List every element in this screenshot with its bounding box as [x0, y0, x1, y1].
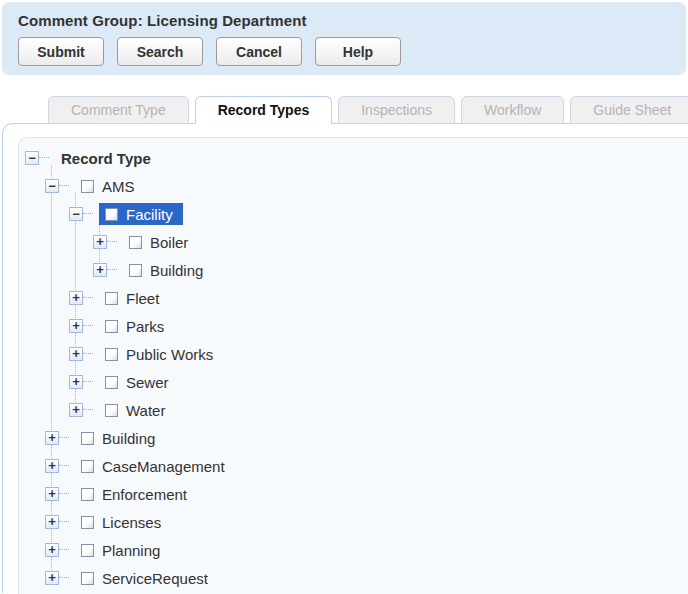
header: Comment Group: Licensing Department Subm…	[2, 2, 686, 75]
expander-icon[interactable]: +	[45, 571, 59, 585]
help-button[interactable]: Help	[315, 37, 401, 66]
tree-row: + Sewer	[19, 368, 688, 396]
expander-icon[interactable]: +	[93, 235, 107, 249]
expander-icon[interactable]: +	[69, 319, 83, 333]
expander-icon[interactable]: −	[45, 179, 59, 193]
tree-node-label[interactable]: ServiceRequest	[102, 570, 208, 587]
tree-node[interactable]: Planning	[75, 539, 170, 561]
tree-node[interactable]: AMS	[75, 175, 145, 197]
tree-node-label[interactable]: CaseManagement	[102, 458, 225, 475]
checkbox[interactable]	[81, 460, 94, 473]
tree-node-label[interactable]: AMS	[102, 178, 135, 195]
tree-node[interactable]: Public Works	[99, 343, 223, 365]
tree-node-label[interactable]: Enforcement	[102, 486, 187, 503]
tree-row: + Building	[19, 424, 688, 452]
tree-row: + Enforcement	[19, 480, 688, 508]
tree-row: + Licenses	[19, 508, 688, 536]
checkbox[interactable]	[105, 376, 118, 389]
tree-node-label[interactable]: Planning	[102, 542, 160, 559]
checkbox[interactable]	[105, 348, 118, 361]
tree-node-label[interactable]: Public Works	[126, 346, 213, 363]
tree-node[interactable]: Licenses	[75, 511, 171, 533]
expander-icon[interactable]: +	[69, 291, 83, 305]
tree-row: + Boiler	[19, 228, 688, 256]
checkbox[interactable]	[105, 320, 118, 333]
tree-row: + ServiceRequest	[19, 564, 688, 592]
checkbox[interactable]	[129, 236, 142, 249]
expander-icon[interactable]: +	[45, 515, 59, 529]
checkbox[interactable]	[81, 516, 94, 529]
submit-button[interactable]: Submit	[18, 37, 104, 66]
record-type-tree: − Record Type − AMS − Facility	[19, 138, 688, 594]
tree-node-label[interactable]: Water	[126, 402, 165, 419]
checkbox[interactable]	[129, 264, 142, 277]
expander-icon[interactable]: −	[69, 207, 83, 221]
tree-row: + Planning	[19, 536, 688, 564]
tab-inspections[interactable]: Inspections	[338, 96, 455, 124]
tab-workflow[interactable]: Workflow	[461, 96, 564, 124]
expander-icon[interactable]: −	[25, 151, 39, 165]
checkbox[interactable]	[81, 572, 94, 585]
checkbox[interactable]	[81, 488, 94, 501]
tree-node-label[interactable]: Fleet	[126, 290, 159, 307]
tree-node-label[interactable]: Parks	[126, 318, 164, 335]
tree-node[interactable]: Parks	[99, 315, 174, 337]
tree-node[interactable]: Facility	[99, 203, 183, 225]
tree-node[interactable]: Record Type	[55, 147, 161, 169]
tree-row: + Public Works	[19, 340, 688, 368]
tree-node[interactable]: Enforcement	[75, 483, 197, 505]
tree-node-label[interactable]: Record Type	[61, 150, 151, 167]
tree-node[interactable]: Sewer	[99, 371, 179, 393]
tree-node-label[interactable]: Boiler	[150, 234, 188, 251]
tab-bar: Comment TypeRecord TypesInspectionsWorkf…	[0, 96, 688, 123]
tab-guide-sheet[interactable]: Guide Sheet	[570, 96, 688, 124]
expander-icon[interactable]: +	[69, 375, 83, 389]
expander-icon[interactable]: +	[69, 347, 83, 361]
page-title: Comment Group: Licensing Department	[18, 12, 670, 29]
tree-node[interactable]: ServiceRequest	[75, 567, 218, 589]
tree-row: − Record Type	[19, 144, 688, 172]
tree-node-label[interactable]: Facility	[126, 206, 173, 223]
tree-row: + Parks	[19, 312, 688, 340]
tree-row: − Facility	[19, 200, 688, 228]
tree-node[interactable]: Building	[75, 427, 165, 449]
checkbox[interactable]	[105, 208, 118, 221]
tree-row: − AMS	[19, 172, 688, 200]
checkbox[interactable]	[81, 432, 94, 445]
tree-node-label[interactable]: Building	[102, 430, 155, 447]
tree-node[interactable]: CaseManagement	[75, 455, 235, 477]
tree-row: + CaseManagement	[19, 452, 688, 480]
tree-node-label[interactable]: Sewer	[126, 374, 169, 391]
record-types-panel: − Record Type − AMS − Facility	[18, 137, 688, 594]
expander-icon[interactable]: +	[69, 403, 83, 417]
tree-row: + Building	[19, 256, 688, 284]
checkbox[interactable]	[105, 292, 118, 305]
tree-row: + Water	[19, 396, 688, 424]
tree-node[interactable]: Water	[99, 399, 175, 421]
tree-node-label[interactable]: Licenses	[102, 514, 161, 531]
expander-icon[interactable]: +	[45, 543, 59, 557]
cancel-button[interactable]: Cancel	[216, 37, 302, 66]
tab-record-types[interactable]: Record Types	[195, 96, 333, 124]
tree-node[interactable]: Fleet	[99, 287, 169, 309]
tree-node[interactable]: Boiler	[123, 231, 198, 253]
tab-content-panel: − Record Type − AMS − Facility	[2, 123, 688, 593]
checkbox[interactable]	[81, 180, 94, 193]
button-row: SubmitSearchCancelHelp	[18, 37, 670, 66]
expander-icon[interactable]: +	[93, 263, 107, 277]
checkbox[interactable]	[81, 544, 94, 557]
tree-node-label[interactable]: Building	[150, 262, 203, 279]
expander-icon[interactable]: +	[45, 431, 59, 445]
tab-comment-type[interactable]: Comment Type	[48, 96, 189, 124]
search-button[interactable]: Search	[117, 37, 203, 66]
tree-row: + Fleet	[19, 284, 688, 312]
expander-icon[interactable]: +	[45, 487, 59, 501]
checkbox[interactable]	[105, 404, 118, 417]
tree-node[interactable]: Building	[123, 259, 213, 281]
expander-icon[interactable]: +	[45, 459, 59, 473]
